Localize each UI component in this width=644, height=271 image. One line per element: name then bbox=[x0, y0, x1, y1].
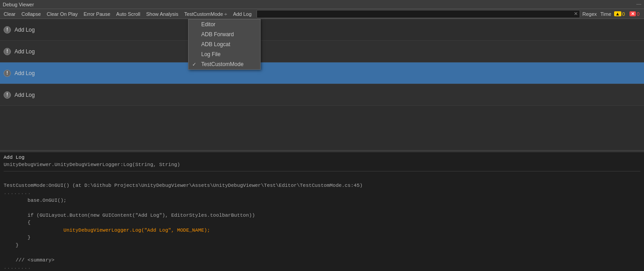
detail-area: Add Log UnityDebugViewer.UnityDebugViewe… bbox=[0, 152, 644, 271]
dots2: ........ bbox=[4, 265, 31, 270]
code-line10: /// <summary> bbox=[4, 257, 54, 263]
log-entry-2[interactable]: ! Add Log bbox=[0, 41, 644, 62]
code-line6-highlight: UnityDebugViewerLogger.Log("Add Log", MO… bbox=[28, 228, 210, 233]
title-bar: Debug Viewer — bbox=[0, 0, 644, 9]
toolbar: Clear Collapse Clear On Play Error Pause… bbox=[0, 9, 644, 19]
add-log-button[interactable]: Add Log bbox=[230, 10, 254, 19]
clear-button[interactable]: Clear bbox=[1, 10, 18, 19]
log-icon-4: ! bbox=[4, 91, 11, 99]
main-container: ! Add Log ! Add Log ! Add Log ! Add Log … bbox=[0, 19, 644, 271]
error-pause-button[interactable]: Error Pause bbox=[81, 10, 113, 19]
search-clear-button[interactable]: ✕ bbox=[572, 11, 579, 17]
window-controls: — bbox=[636, 1, 641, 6]
log-text-3: Add Log bbox=[15, 70, 35, 76]
log-text-2: Add Log bbox=[15, 48, 35, 55]
warning-icon: ▲ bbox=[614, 11, 621, 16]
search-input[interactable] bbox=[257, 10, 580, 18]
auto-scroll-button[interactable]: Auto Scroll bbox=[113, 10, 143, 19]
detail-sep1 bbox=[4, 171, 640, 171]
dropdown-item-adb-forward[interactable]: ADB Forward bbox=[189, 29, 260, 39]
code-line8: } bbox=[4, 242, 19, 248]
mode-dropdown: Editor ADB Forward ADB Logcat Log File T… bbox=[188, 19, 261, 70]
log-icon-3: ! bbox=[4, 70, 11, 77]
search-area: ✕ bbox=[257, 10, 580, 18]
code-line7: } bbox=[4, 235, 30, 240]
toolbar-right: Regex Time ▲ 0 ✕ 0 bbox=[582, 11, 643, 17]
log-icon-2: ! bbox=[4, 48, 11, 55]
log-text-1: Add Log bbox=[15, 27, 35, 33]
warning-badge: ▲ 0 bbox=[612, 11, 627, 17]
error-badge: ✕ 0 bbox=[628, 11, 641, 17]
dropdown-item-editor[interactable]: Editor bbox=[189, 19, 260, 29]
error-icon: ✕ bbox=[629, 11, 636, 16]
clear-on-play-button[interactable]: Clear On Play bbox=[44, 10, 80, 19]
dropdown-item-log-file[interactable]: Log File bbox=[189, 49, 260, 59]
log-icon-1: ! bbox=[4, 26, 11, 33]
log-entry-4[interactable]: ! Add Log bbox=[0, 84, 644, 106]
code-line5: { bbox=[4, 220, 30, 225]
detail-code-block: TestCustomMode:OnGUI() (at D:\Github Pro… bbox=[4, 174, 640, 271]
code-line4: if (GUILayout.Button(new GUIContent("Add… bbox=[4, 213, 255, 218]
warning-count: 0 bbox=[622, 11, 625, 17]
code-line1: TestCustomMode:OnGUI() (at D:\Github Pro… bbox=[4, 183, 363, 188]
collapse-button[interactable]: Collapse bbox=[19, 10, 44, 19]
log-text-4: Add Log bbox=[15, 92, 35, 98]
regex-label: Regex bbox=[582, 11, 597, 17]
detail-title: Add Log bbox=[4, 155, 640, 160]
log-entry-1[interactable]: ! Add Log bbox=[0, 19, 644, 41]
time-label: Time bbox=[600, 11, 611, 17]
mode-selector-button[interactable]: TestCustomMode ÷ bbox=[181, 10, 230, 19]
dots1: ........ bbox=[4, 190, 31, 195]
detail-stack1: UnityDebugViewer.UnityDebugViewerLogger:… bbox=[4, 162, 640, 167]
log-entry-3[interactable]: ! Add Log bbox=[0, 62, 644, 84]
title-bar-label: Debug Viewer bbox=[3, 2, 34, 7]
show-analysis-button[interactable]: Show Analysis bbox=[144, 10, 181, 19]
code-line2: base.OnGUI(); bbox=[4, 198, 67, 203]
error-count: 0 bbox=[637, 11, 639, 17]
dropdown-item-adb-logcat[interactable]: ADB Logcat bbox=[189, 39, 260, 49]
dropdown-item-testcustommode[interactable]: TestCustomMode bbox=[189, 59, 260, 69]
log-list[interactable]: ! Add Log ! Add Log ! Add Log ! Add Log bbox=[0, 19, 644, 150]
